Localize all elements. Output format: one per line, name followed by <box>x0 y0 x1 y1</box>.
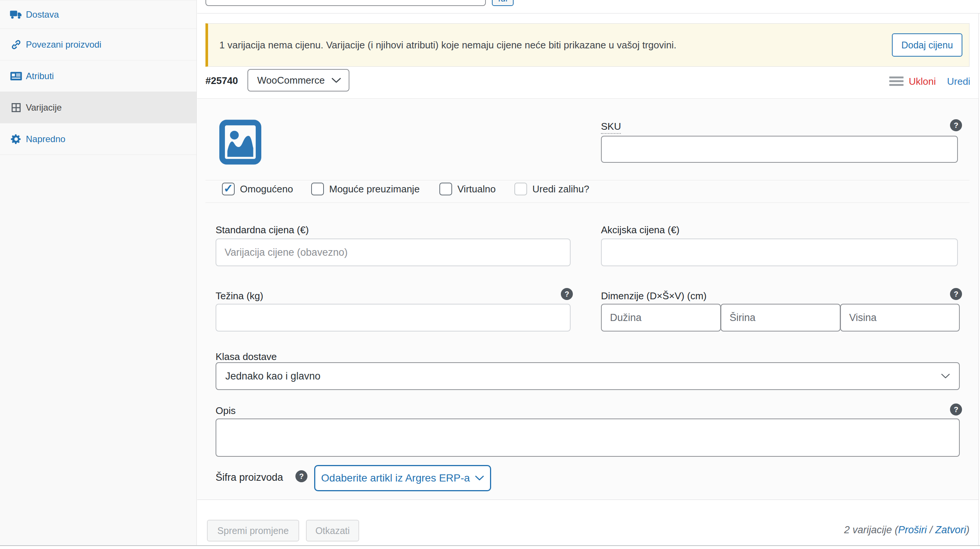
dimensions-help-icon[interactable] <box>950 288 962 300</box>
erp-help-icon[interactable] <box>296 470 307 482</box>
missing-price-notice: 1 varijacija nema cijenu. Varijacije (i … <box>205 23 969 67</box>
sidebar-item-label: Varijacije <box>26 102 62 113</box>
expand-all-link[interactable]: Proširi <box>898 524 927 536</box>
attribute-select-value: WooCommerce <box>257 75 325 86</box>
sidebar-item-label: Napredno <box>26 134 65 144</box>
description-textarea[interactable] <box>216 419 960 457</box>
toolbar-divider <box>197 13 980 13</box>
sale-price-input[interactable] <box>601 239 958 266</box>
width-input[interactable] <box>721 304 840 331</box>
grid-icon <box>10 101 23 114</box>
weight-label: Težina (kg) <box>216 290 263 302</box>
checkbox-box: ✓ <box>514 183 527 196</box>
height-input[interactable] <box>840 304 960 331</box>
dimensions-label: Dimenzije (D×Š×V) (cm) <box>601 290 707 302</box>
variations-summary: 2 varijacije (Proširi / Zatvori) <box>844 524 969 536</box>
row-divider <box>205 180 969 180</box>
regular-price-input[interactable] <box>216 239 571 266</box>
chevron-down-icon <box>941 374 950 379</box>
notice-text: 1 varijacija nema cijenu. Varijacije (i … <box>219 39 892 51</box>
remove-variation-link[interactable]: Ukloni <box>909 76 936 88</box>
sidebar-item-shipping[interactable]: Dostava <box>0 0 196 29</box>
checkbox-downloadable[interactable]: ✓ Moguće preuzimanje <box>311 183 420 196</box>
close-all-link[interactable]: Zatvori <box>935 524 966 536</box>
sidebar-item-label: Povezani proizvodi <box>26 39 101 50</box>
length-input[interactable] <box>601 304 721 331</box>
checkmark-icon: ✓ <box>223 183 233 194</box>
go-button[interactable]: Idi <box>492 0 514 6</box>
shipping-class-value: Jednako kao i glavno <box>225 371 941 382</box>
shipping-class-label: Klasa dostave <box>216 351 277 363</box>
bulk-action-input[interactable] <box>205 0 486 6</box>
drag-handle-icon[interactable] <box>889 76 904 88</box>
regular-price-label: Standardna cijena (€) <box>216 224 309 236</box>
sidebar-item-linked-products[interactable]: Povezani proizvodi <box>0 29 196 60</box>
row-divider <box>205 202 969 203</box>
save-changes-button[interactable]: Spremi promjene <box>207 520 299 541</box>
add-price-button[interactable]: Dodaj cijenu <box>892 33 963 57</box>
shipping-class-select[interactable]: Jednako kao i glavno <box>216 362 960 390</box>
variation-attribute-select[interactable]: WooCommerce <box>247 69 349 91</box>
sidebar-item-variations[interactable]: Varijacije <box>0 92 196 123</box>
weight-input[interactable] <box>216 304 571 331</box>
sale-price-label: Akcijska cijena (€) <box>601 224 680 236</box>
panel-right-border <box>978 13 979 546</box>
description-help-icon[interactable] <box>950 404 962 415</box>
variation-id: #25740 <box>205 75 238 87</box>
sidebar-item-label: Dostava <box>26 10 59 20</box>
erp-button-label: Odaberite artikl iz Argres ERP-a <box>321 472 470 484</box>
gear-icon <box>10 133 23 145</box>
sku-input[interactable] <box>601 136 958 163</box>
sidebar-item-advanced[interactable]: Napredno <box>0 123 196 155</box>
checkbox-virtual[interactable]: ✓ Virtualno <box>439 183 496 196</box>
truck-icon <box>10 8 23 21</box>
sidebar-item-attributes[interactable]: Atributi <box>0 60 196 92</box>
cancel-button[interactable]: Otkazati <box>306 520 359 541</box>
sidebar-item-label: Atributi <box>26 71 54 81</box>
sku-help-icon[interactable] <box>950 119 962 131</box>
checkbox-box: ✓ <box>439 183 452 196</box>
link-icon <box>10 38 23 51</box>
checkbox-manage-stock[interactable]: ✓ Uredi zalihu? <box>514 183 589 196</box>
product-data-sidebar: Dostava Povezani proizvodi Atributi Vari… <box>0 0 197 545</box>
image-placeholder-icon[interactable] <box>219 119 261 165</box>
weight-help-icon[interactable] <box>561 288 573 300</box>
sku-label: SKU <box>601 121 621 132</box>
chevron-down-icon <box>475 476 484 481</box>
description-label: Opis <box>216 405 235 417</box>
attributes-icon <box>10 70 23 83</box>
erp-label: Šifra proizvoda <box>216 472 283 484</box>
panel-bottom-border <box>0 545 980 546</box>
woocommerce-variations-screen: Dostava Povezani proizvodi Atributi Vari… <box>0 0 980 549</box>
erp-select-button[interactable]: Odaberite artikl iz Argres ERP-a <box>314 465 491 491</box>
checkbox-box: ✓ <box>311 183 324 196</box>
chevron-down-icon <box>331 78 341 83</box>
edit-variation-link[interactable]: Uredi <box>947 76 970 88</box>
checkbox-box: ✓ <box>222 183 235 196</box>
checkbox-enabled[interactable]: ✓ Omogućeno <box>222 183 293 196</box>
